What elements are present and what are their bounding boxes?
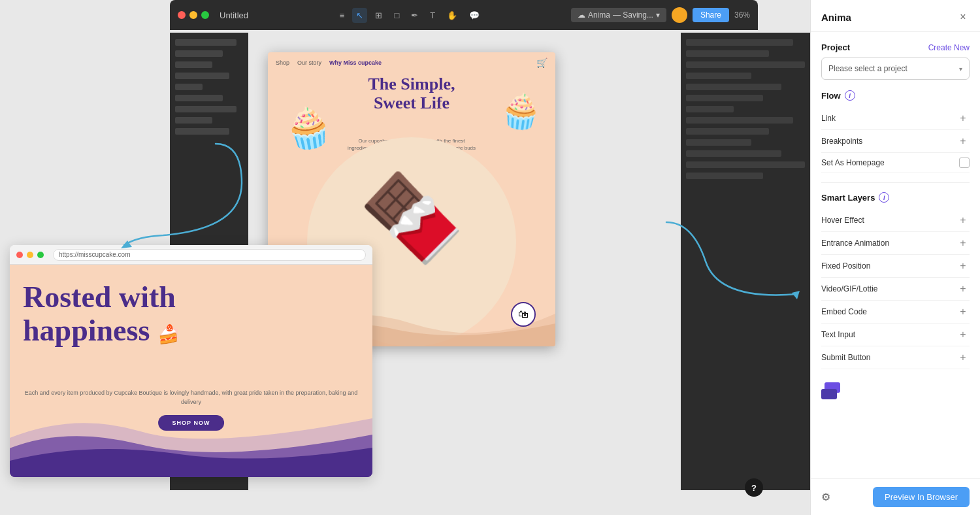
right-layer-item[interactable] xyxy=(686,61,805,68)
project-select[interactable]: Please select a project ▾ xyxy=(821,58,970,80)
embed-code-add-button[interactable]: + xyxy=(956,305,970,318)
flow-link-item: Link + xyxy=(821,107,970,130)
browser-maximize[interactable] xyxy=(37,252,44,258)
layer-item[interactable] xyxy=(175,117,212,124)
flow-breakpoints-item: Breakpoints + xyxy=(821,130,970,153)
hover-effect-add-button[interactable]: + xyxy=(956,214,970,227)
minimize-traffic-light[interactable] xyxy=(189,11,197,19)
layer-item[interactable] xyxy=(175,39,237,46)
text-input-item: Text Input + xyxy=(821,324,970,346)
text-input-add-button[interactable]: + xyxy=(956,328,970,341)
submit-button-label: Submit Button xyxy=(821,353,870,362)
right-layer-item[interactable] xyxy=(686,161,805,168)
hand-tool[interactable]: ✋ xyxy=(443,8,461,23)
smart-layers-label: Smart Layers xyxy=(821,193,875,203)
help-button[interactable]: ? xyxy=(745,478,763,497)
anima-logo-icon xyxy=(821,382,842,399)
svg-rect-3 xyxy=(821,389,837,399)
flow-link-label: Link xyxy=(821,114,836,123)
homepage-checkbox[interactable] xyxy=(959,158,970,168)
breakpoints-add-button[interactable]: + xyxy=(956,135,970,148)
video-gif-add-button[interactable]: + xyxy=(956,282,970,295)
panel-footer: ⚙ Preview In Browser xyxy=(811,478,980,515)
browser-chrome: https://misscupcake.com xyxy=(10,245,372,265)
layer-item[interactable] xyxy=(175,106,237,112)
cart-icon: 🛒 xyxy=(536,58,547,68)
right-layer-item[interactable] xyxy=(686,150,781,157)
zoom-label: 36% xyxy=(734,10,750,20)
right-layer-item[interactable] xyxy=(686,128,769,135)
flow-info-icon[interactable]: i xyxy=(845,90,855,101)
create-new-link[interactable]: Create New xyxy=(928,43,970,52)
shape-tool[interactable]: □ xyxy=(390,8,403,23)
browser-window: https://misscupcake.com Rosted with happ… xyxy=(10,245,372,477)
pen-tool[interactable]: ✒ xyxy=(407,8,422,23)
text-tool[interactable]: T xyxy=(426,8,439,23)
preview-in-browser-button[interactable]: Preview In Browser xyxy=(873,487,970,507)
project-select-value: Please select a project xyxy=(828,64,907,73)
right-layer-item[interactable] xyxy=(686,50,769,57)
layer-item[interactable] xyxy=(175,50,223,57)
fixed-position-item: Fixed Position + xyxy=(821,255,970,278)
site-heading: The Simple,Sweet Life xyxy=(340,75,483,112)
browser-hills-svg xyxy=(10,412,372,477)
entrance-animation-add-button[interactable]: + xyxy=(956,237,970,250)
right-layer-item[interactable] xyxy=(686,84,781,90)
flow-homepage-label: Set As Homepage xyxy=(821,158,885,167)
right-layer-item[interactable] xyxy=(686,39,793,46)
right-layer-item[interactable] xyxy=(686,95,763,101)
layer-item[interactable] xyxy=(175,73,229,79)
nav-why: Why Miss cupcake xyxy=(329,59,382,66)
layer-item[interactable] xyxy=(175,95,223,101)
flow-section-header: Flow i xyxy=(821,90,970,101)
maximize-traffic-light[interactable] xyxy=(201,11,209,19)
project-label: Project xyxy=(821,42,850,52)
video-gif-item: Video/GIF/Lottie + xyxy=(821,278,970,301)
embed-code-item: Embed Code + xyxy=(821,301,970,324)
anima-button[interactable]: ☁ Anima— Saving... ▾ xyxy=(571,8,666,22)
layer-item[interactable] xyxy=(175,61,212,68)
nav-shop: Shop xyxy=(276,59,289,66)
share-button[interactable]: Share xyxy=(693,8,729,22)
select-tool[interactable]: ↖ xyxy=(352,8,367,23)
right-layer-item[interactable] xyxy=(686,73,751,79)
browser-close[interactable] xyxy=(16,252,23,258)
entrance-animation-label: Entrance Animation xyxy=(821,239,889,248)
settings-gear-icon[interactable]: ⚙ xyxy=(821,491,830,503)
layer-item[interactable] xyxy=(175,84,203,90)
anima-panel: Anima × Project Create New Please select… xyxy=(810,0,980,515)
right-layer-item[interactable] xyxy=(686,173,763,179)
fixed-position-add-button[interactable]: + xyxy=(956,259,970,273)
browser-subtext: Each and every item produced by Cupcake … xyxy=(23,389,359,407)
panel-body: Project Create New Please select a proje… xyxy=(811,32,980,478)
hover-effect-label: Hover Effect xyxy=(821,216,864,225)
cupcake-right: 🧁 xyxy=(497,89,545,134)
project-section-header: Project Create New xyxy=(821,42,970,52)
bag-icon-circle[interactable]: 🛍 xyxy=(511,302,536,327)
menu-icon[interactable]: ≡ xyxy=(336,8,349,23)
link-add-button[interactable]: + xyxy=(956,112,970,125)
toolbar-tools: ≡ ↖ ⊞ □ ✒ T ✋ 💬 xyxy=(336,8,483,23)
smart-layers-info-icon[interactable]: i xyxy=(879,192,889,203)
toolbar-left: Untitled xyxy=(178,10,248,20)
layer-item[interactable] xyxy=(175,128,229,135)
nav-story: Our story xyxy=(297,59,321,66)
close-traffic-light[interactable] xyxy=(178,11,186,19)
panel-header: Anima × xyxy=(811,0,980,32)
frame-tool[interactable]: ⊞ xyxy=(371,8,386,23)
comment-tool[interactable]: 💬 xyxy=(465,8,483,23)
smart-layers-header: Smart Layers i xyxy=(821,192,970,203)
browser-minimize[interactable] xyxy=(27,252,33,258)
right-layer-item[interactable] xyxy=(686,106,734,112)
hover-effect-item: Hover Effect + xyxy=(821,209,970,232)
flow-label: Flow xyxy=(821,91,841,101)
submit-button-add-button[interactable]: + xyxy=(956,351,970,364)
help-label: ? xyxy=(751,483,757,493)
flow-homepage-item: Set As Homepage xyxy=(821,153,970,173)
browser-url-bar[interactable]: https://misscupcake.com xyxy=(53,249,366,261)
right-layer-item[interactable] xyxy=(686,117,793,124)
user-avatar xyxy=(672,7,687,23)
right-layer-item[interactable] xyxy=(686,139,751,146)
close-panel-button[interactable]: × xyxy=(956,10,970,24)
canvas-area: Untitled ≡ ↖ ⊞ □ ✒ T ✋ 💬 ☁ Anima— Saving… xyxy=(0,0,810,515)
